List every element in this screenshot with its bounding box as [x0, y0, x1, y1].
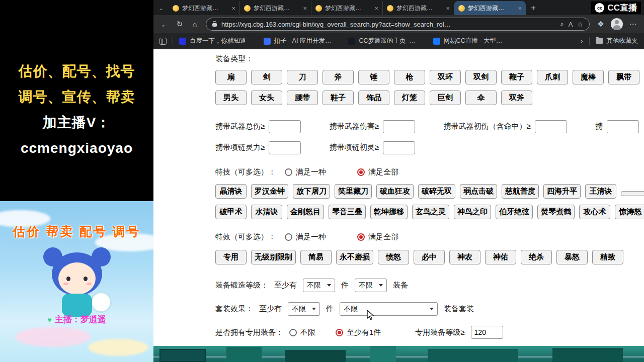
skill-button[interactable]: 王清诀 — [585, 184, 616, 199]
skill-match-all-radio[interactable]: 满足全部 — [357, 167, 398, 177]
effect-button[interactable]: 绝杀 — [521, 250, 552, 264]
equip-type-button[interactable]: 锤 — [358, 70, 389, 84]
profile-avatar[interactable] — [611, 18, 623, 30]
effect-match-all-radio[interactable]: 满足全部 — [357, 232, 398, 242]
other-favorites-button[interactable]: 其他收藏夹 — [596, 37, 638, 45]
url-text[interactable]: https://xyq.cbg.163.com/cgi-bin/xyq_over… — [221, 21, 555, 28]
forge-count-select[interactable]: 不限 — [303, 279, 335, 292]
browser-tab[interactable]: 梦幻西游藏… × — [240, 1, 311, 15]
skill-button[interactable]: 慈航普度 — [502, 184, 539, 199]
special-any-radio[interactable]: 不限 — [289, 328, 315, 337]
tab-close-icon[interactable]: × — [518, 5, 522, 12]
browser-tab[interactable]: 梦幻西游藏… × — [383, 1, 454, 15]
skill-button[interactable]: 笑里藏刀 — [335, 184, 372, 199]
equip-type-button[interactable]: 魔棒 — [573, 70, 604, 84]
radio-unselected-icon[interactable] — [285, 233, 292, 241]
favorite-star-icon[interactable]: ☆ — [577, 21, 583, 28]
filter-input[interactable] — [269, 120, 301, 133]
skill-button[interactable]: 神鸟之印 — [454, 205, 491, 219]
effect-button[interactable]: 愤怒 — [378, 250, 409, 264]
equip-type-button[interactable]: 男头 — [215, 90, 247, 105]
skill-button[interactable]: 放下屠刀 — [293, 184, 330, 199]
radio-selected-icon[interactable] — [357, 168, 365, 176]
equip-type-button[interactable]: 巨剑 — [430, 90, 461, 105]
refresh-icon[interactable]: ↻ — [173, 17, 187, 31]
equip-type-button[interactable]: 刀 — [287, 70, 318, 84]
tab-close-icon[interactable]: × — [303, 5, 307, 12]
equip-type-button[interactable]: 腰带 — [287, 90, 318, 105]
effect-button[interactable]: 永不磨损 — [336, 250, 373, 264]
equip-type-button[interactable]: 斧 — [323, 70, 354, 84]
radio-selected-icon[interactable] — [336, 329, 343, 336]
equip-type-button[interactable]: 灯笼 — [394, 90, 425, 105]
skill-button[interactable]: 琴音三叠 — [329, 205, 366, 219]
equip-type-button[interactable]: 扇 — [215, 70, 247, 84]
effect-button[interactable]: 必中 — [414, 250, 445, 264]
radio-unselected-icon[interactable] — [285, 168, 292, 176]
search-sidebar-icon[interactable]: ⌕ — [560, 20, 564, 28]
browser-tab[interactable]: 梦幻西游藏… × — [169, 1, 240, 15]
more-menu-icon[interactable]: ⋯ — [626, 17, 640, 31]
equip-type-button[interactable]: 枪 — [394, 70, 425, 84]
forge-level-select[interactable]: 不限 — [355, 279, 387, 292]
radio-selected-icon[interactable] — [357, 233, 365, 241]
equip-type-button[interactable]: 伞 — [465, 90, 497, 105]
effect-button[interactable]: 简易 — [300, 250, 332, 264]
skill-button[interactable]: 罗汉金钟 — [251, 184, 288, 199]
skill-match-any-radio[interactable]: 满足一种 — [285, 167, 326, 177]
bookmark-item[interactable]: CC梦逍遥的主页 -… — [348, 37, 416, 45]
equip-type-button[interactable]: 鞭子 — [501, 70, 532, 84]
collections-icon[interactable]: ❖ — [594, 17, 608, 31]
skill-button[interactable]: 弱点击破 — [460, 184, 497, 199]
equip-type-button[interactable]: 剑 — [251, 70, 282, 84]
special-level-input[interactable] — [471, 326, 503, 339]
effect-button[interactable]: 神佑 — [485, 250, 516, 264]
skill-button[interactable]: 伯牙绝弦 — [496, 205, 533, 219]
filter-input[interactable] — [383, 120, 415, 133]
skill-button[interactable]: 惊涛怒 — [615, 205, 644, 219]
tab-search-chevron-icon[interactable]: ⌄ — [153, 1, 169, 15]
bookmark-item[interactable]: 百度一下，你就知道 — [179, 37, 247, 45]
filter-input[interactable] — [269, 141, 301, 154]
radio-unselected-icon[interactable] — [289, 329, 297, 336]
tab-close-icon[interactable]: × — [374, 5, 378, 12]
equip-type-button[interactable]: 双环 — [430, 70, 461, 84]
skill-button[interactable]: 晶清诀 — [215, 184, 247, 199]
tab-close-icon[interactable]: × — [231, 5, 235, 12]
skill-button[interactable]: 破血狂攻 — [376, 184, 414, 199]
effect-button[interactable]: 神农 — [449, 250, 480, 264]
skill-button[interactable]: 四海升平 — [543, 184, 581, 199]
filter-input[interactable] — [383, 141, 415, 154]
equip-type-button[interactable]: 双斧 — [501, 90, 532, 105]
browser-tab[interactable]: 梦幻西游藏… × — [311, 1, 383, 15]
skill-button[interactable]: 焚琴煮鹤 — [537, 205, 575, 219]
skill-button[interactable]: 乾坤挪移 — [370, 205, 408, 219]
skill-button[interactable] — [621, 191, 644, 196]
bookmarks-overflow-chevron-icon[interactable]: › — [580, 37, 583, 46]
equip-type-button[interactable]: 爪刺 — [537, 70, 568, 84]
special-one-radio[interactable]: 至少有1件 — [336, 328, 381, 337]
equip-type-button[interactable]: 女头 — [251, 90, 282, 105]
skill-button[interactable]: 攻心术 — [579, 205, 610, 219]
bookmark-item[interactable]: 网易CC直播 - 大型… — [433, 37, 503, 45]
skill-button[interactable]: 水清诀 — [251, 205, 282, 219]
skill-button[interactable]: 破碎无双 — [418, 184, 455, 199]
equip-type-button[interactable]: 鞋子 — [323, 90, 354, 105]
bookmark-item[interactable]: 扣子 - AI 应用开发… — [264, 37, 332, 45]
browser-tab[interactable]: 梦幻西游藏… × — [454, 1, 526, 15]
effect-button[interactable]: 精致 — [592, 250, 623, 264]
equip-type-button[interactable]: 饰品 — [358, 90, 389, 105]
new-tab-button[interactable]: + — [526, 1, 541, 15]
effect-button[interactable]: 专用 — [215, 250, 247, 264]
text-size-icon[interactable]: A — [569, 21, 573, 28]
effect-button[interactable]: 暴怒 — [556, 250, 588, 264]
suit-effect-select[interactable]: 不限 — [340, 302, 438, 316]
home-icon[interactable]: ⌂ — [188, 17, 202, 31]
address-bar[interactable]: https://xyq.cbg.163.com/cgi-bin/xyq_over… — [206, 18, 590, 31]
bookmarks-panel-icon[interactable] — [159, 38, 167, 45]
skill-button[interactable]: 玄鸟之灵 — [412, 205, 449, 219]
tab-close-icon[interactable]: × — [446, 5, 450, 12]
filter-input[interactable] — [535, 120, 567, 133]
filter-input[interactable] — [607, 120, 639, 133]
suit-count-select[interactable]: 不限 — [288, 302, 320, 316]
